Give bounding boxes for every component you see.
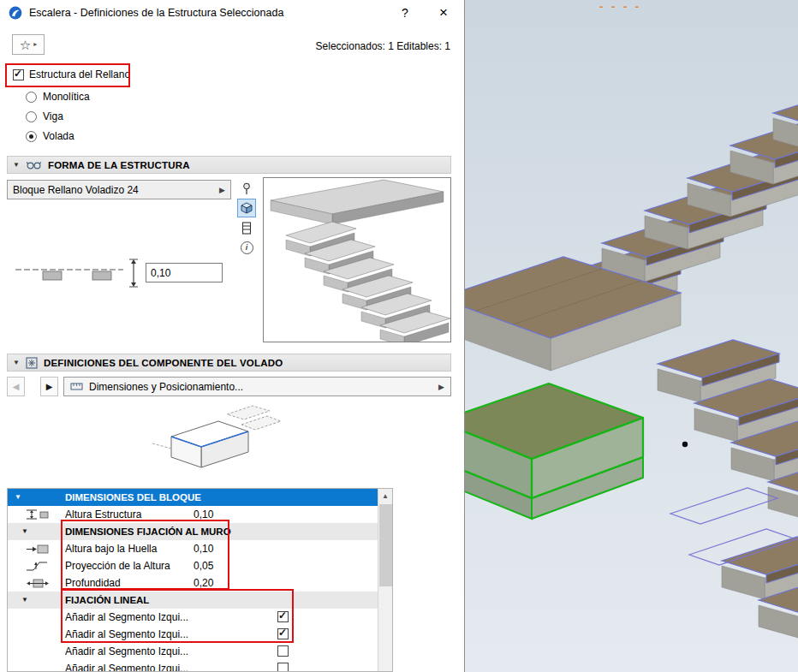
altura-estructura-icon bbox=[25, 508, 51, 525]
3d-view-button[interactable] bbox=[237, 199, 256, 217]
profile-dropdown[interactable]: Bloque Rellano Voladizo 24 ▶ bbox=[7, 180, 231, 199]
dimensions-icon bbox=[70, 382, 83, 391]
property-label: Altura bajo la Huella bbox=[65, 543, 157, 555]
group-label: DIMENSIONES DEL BLOQUE bbox=[65, 492, 201, 503]
info-button[interactable]: i bbox=[237, 238, 256, 257]
table-rows: ▼ DIMENSIONES DEL BLOQUE Altura Estructu… bbox=[8, 489, 378, 672]
collapse-icon[interactable]: ▼ bbox=[21, 596, 28, 604]
help-button[interactable]: ? bbox=[392, 3, 418, 22]
app-icon bbox=[9, 6, 22, 20]
radio-label: Monolítica bbox=[43, 91, 90, 103]
property-label: Añadir al Segmento Izqui... bbox=[65, 663, 188, 672]
radio-monolitica[interactable]: Monolítica bbox=[26, 91, 90, 103]
radio-volada[interactable]: Volada bbox=[26, 130, 74, 142]
section-view-button[interactable] bbox=[237, 218, 256, 237]
preview-stairs-image bbox=[264, 178, 450, 342]
property-label: Altura Estructura bbox=[65, 508, 141, 520]
selection-info: Seleccionados: 1 Editables: 1 bbox=[316, 40, 450, 52]
property-value[interactable]: 0,20 bbox=[194, 577, 213, 589]
table-group-fijacion-lineal[interactable]: ▼ FIJACIÓN LINEAL bbox=[8, 592, 378, 609]
point-marker bbox=[682, 442, 688, 447]
properties-table[interactable]: ▼ DIMENSIONES DEL BLOQUE Altura Estructu… bbox=[7, 488, 393, 672]
next-component-button[interactable]: ▶ bbox=[40, 377, 58, 396]
radio-icon[interactable] bbox=[26, 92, 37, 103]
favorites-button[interactable]: ☆ ▸ bbox=[12, 34, 45, 55]
landing-structure-checkbox[interactable] bbox=[13, 69, 24, 80]
table-row-altura-estructura[interactable]: Altura Estructura 0,10 bbox=[8, 506, 378, 523]
row-checkbox[interactable] bbox=[277, 611, 289, 622]
landing-structure-row[interactable]: Estructura del Rellano bbox=[13, 68, 130, 80]
star-icon: ☆ bbox=[20, 39, 31, 51]
pin-icon bbox=[241, 182, 252, 195]
group-label: DIMENSIONES FIJACIÓN AL MURO bbox=[65, 526, 231, 537]
proyeccion-altura-icon bbox=[25, 559, 51, 576]
collapse-icon[interactable]: ▼ bbox=[13, 359, 20, 366]
altura-huella-icon bbox=[25, 542, 51, 559]
table-row-anadir-segmento-1[interactable]: Añadir al Segmento Izqui... bbox=[8, 609, 378, 626]
scroll-up-icon[interactable]: ▲ bbox=[378, 489, 392, 503]
table-scrollbar[interactable]: ▲ bbox=[378, 489, 392, 671]
settings-page-dropdown[interactable]: Dimensiones y Posicionamiento... ▶ bbox=[63, 377, 451, 396]
offset-value-input[interactable] bbox=[146, 263, 223, 282]
table-row-altura-huella[interactable]: Altura bajo la Huella 0,10 bbox=[8, 540, 378, 557]
close-button[interactable]: × bbox=[431, 3, 456, 22]
table-row-profundidad[interactable]: Profundidad 0,20 bbox=[8, 574, 378, 592]
table-row-anadir-segmento-4[interactable]: Añadir al Segmento Izqui... bbox=[8, 660, 378, 672]
property-label: Añadir al Segmento Izqui... bbox=[65, 628, 188, 640]
profile-dropdown-value: Bloque Rellano Voladizo 24 bbox=[13, 184, 139, 196]
table-row-anadir-segmento-2[interactable]: Añadir al Segmento Izqui... bbox=[8, 626, 378, 643]
component-icon bbox=[26, 357, 38, 369]
collapse-icon[interactable]: ▼ bbox=[21, 527, 28, 535]
landing-structure-label: Estructura del Rellano bbox=[29, 68, 130, 80]
favorites-arrow-icon: ▸ bbox=[33, 41, 37, 48]
table-group-fijacion-muro[interactable]: ▼ DIMENSIONES FIJACIÓN AL MURO bbox=[8, 523, 378, 540]
property-value[interactable]: 0,05 bbox=[194, 560, 213, 572]
plan-view-button[interactable] bbox=[237, 179, 256, 198]
arrow-right-icon: ▶ bbox=[46, 382, 53, 391]
stair-settings-dialog: Escalera - Definiciones de la Estructura… bbox=[0, 0, 465, 672]
info-icon: i bbox=[241, 241, 253, 254]
section-forma-estructura[interactable]: ▼ FORMA DE LA ESTRUCTURA bbox=[7, 156, 451, 174]
row-checkbox[interactable] bbox=[277, 663, 289, 672]
radio-icon[interactable] bbox=[26, 131, 37, 142]
table-row-proyeccion-altura[interactable]: Proyección de la Altura 0,05 bbox=[8, 557, 378, 574]
component-diagram bbox=[146, 404, 283, 483]
dialog-title: Escalera - Definiciones de la Estructura… bbox=[29, 7, 283, 19]
property-label: Proyección de la Altura bbox=[65, 560, 170, 572]
prev-component-button[interactable]: ◀ bbox=[7, 377, 25, 396]
3d-viewport[interactable]: - - - - bbox=[465, 0, 798, 672]
radio-label: Viga bbox=[43, 110, 63, 122]
structure-preview[interactable] bbox=[263, 177, 451, 342]
radio-viga[interactable]: Viga bbox=[26, 110, 63, 122]
row-checkbox[interactable] bbox=[277, 645, 289, 657]
settings-page-label: Dimensiones y Posicionamiento... bbox=[89, 381, 243, 393]
film-icon bbox=[241, 222, 252, 235]
cube-icon bbox=[241, 202, 253, 214]
arrow-left-icon: ◀ bbox=[13, 382, 20, 391]
row-checkbox[interactable] bbox=[277, 628, 289, 639]
radio-icon[interactable] bbox=[26, 111, 37, 122]
property-value[interactable]: 0,10 bbox=[194, 508, 213, 520]
collapse-icon[interactable]: ▼ bbox=[13, 161, 20, 169]
chevron-right-icon: ▶ bbox=[438, 383, 444, 391]
property-label: Profundidad bbox=[65, 577, 121, 589]
collapse-icon[interactable]: ▼ bbox=[15, 493, 21, 501]
radio-label: Volada bbox=[43, 130, 74, 142]
dialog-titlebar[interactable]: Escalera - Definiciones de la Estructura… bbox=[0, 0, 464, 26]
property-label: Añadir al Segmento Izqui... bbox=[65, 611, 188, 623]
profundidad-icon bbox=[25, 576, 51, 593]
viewport-marker-dashes[interactable]: - - - - bbox=[599, 0, 641, 13]
screen: Escalera - Definiciones de la Estructura… bbox=[0, 0, 798, 672]
scrollbar-thumb[interactable] bbox=[379, 504, 392, 586]
section-componente-volado[interactable]: ▼ DEFINICIONES DEL COMPONENTE DEL VOLADO bbox=[7, 354, 451, 372]
offset-diagram bbox=[14, 257, 142, 291]
chevron-right-icon: ▶ bbox=[219, 186, 225, 194]
stairs-3d-image bbox=[465, 0, 798, 672]
section-title: FORMA DE LA ESTRUCTURA bbox=[48, 160, 190, 170]
group-label: FIJACIÓN LINEAL bbox=[65, 595, 149, 605]
table-group-dimensiones-bloque[interactable]: ▼ DIMENSIONES DEL BLOQUE bbox=[8, 489, 378, 506]
table-row-anadir-segmento-3[interactable]: Añadir al Segmento Izqui... bbox=[8, 643, 378, 660]
glasses-icon bbox=[26, 160, 42, 169]
section-title: DEFINICIONES DEL COMPONENTE DEL VOLADO bbox=[44, 358, 283, 368]
property-value[interactable]: 0,10 bbox=[194, 543, 213, 555]
